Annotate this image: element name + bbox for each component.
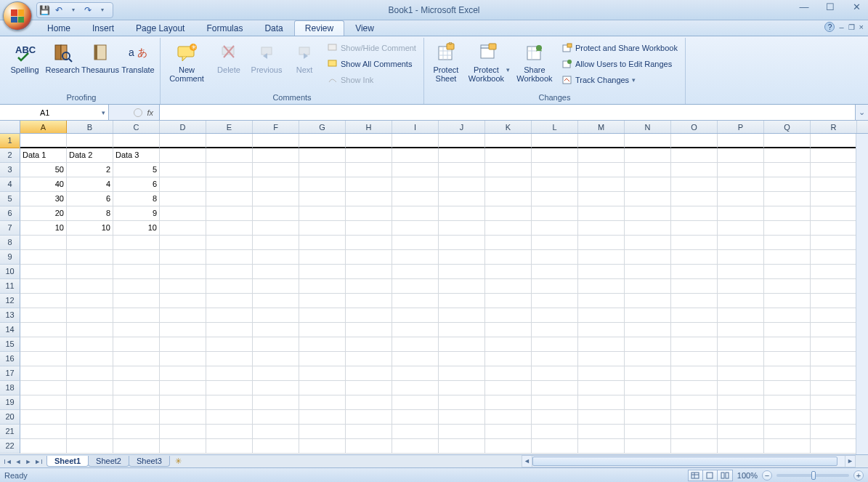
close-button[interactable]: ✕: [849, 1, 864, 12]
cell[interactable]: [485, 352, 532, 366]
cell[interactable]: [113, 134, 160, 148]
redo-icon[interactable]: ↷: [82, 4, 94, 16]
cell[interactable]: [439, 425, 485, 439]
cell[interactable]: [485, 381, 532, 395]
cell[interactable]: [439, 148, 485, 163]
cell[interactable]: [625, 308, 671, 323]
row-header[interactable]: 18: [0, 381, 20, 395]
cell[interactable]: [485, 439, 532, 454]
cell[interactable]: [113, 265, 160, 279]
cell[interactable]: [671, 250, 718, 265]
cell[interactable]: [485, 206, 532, 221]
cell[interactable]: [206, 265, 253, 279]
cell[interactable]: [671, 192, 718, 206]
insert-sheet-icon[interactable]: ✳: [169, 456, 187, 467]
cell[interactable]: [346, 265, 392, 279]
cell[interactable]: [299, 366, 346, 381]
cell[interactable]: [392, 236, 439, 250]
cell[interactable]: [671, 381, 718, 395]
sheet-nav-first-icon[interactable]: I◄: [3, 458, 13, 465]
cell[interactable]: [439, 177, 485, 192]
cell[interactable]: [253, 134, 299, 148]
cell[interactable]: [671, 279, 718, 294]
cell[interactable]: [20, 250, 67, 265]
cell[interactable]: [811, 177, 857, 192]
cell[interactable]: [811, 425, 857, 439]
cell[interactable]: 8: [113, 192, 160, 206]
cell[interactable]: [160, 439, 206, 454]
cell[interactable]: Data 2: [67, 148, 113, 163]
cell[interactable]: [346, 395, 392, 410]
cell[interactable]: [346, 308, 392, 323]
row-header[interactable]: 19: [0, 395, 20, 410]
cell[interactable]: [206, 410, 253, 425]
column-header[interactable]: A: [20, 121, 67, 133]
cell[interactable]: [20, 236, 67, 250]
cell[interactable]: [439, 206, 485, 221]
row-header[interactable]: 8: [0, 236, 20, 250]
cell[interactable]: [485, 410, 532, 425]
cell[interactable]: [532, 265, 578, 279]
next-comment-button[interactable]: Next: [287, 39, 322, 83]
cell[interactable]: [346, 323, 392, 337]
cell[interactable]: [671, 352, 718, 366]
mdi-restore-icon[interactable]: ❐: [848, 23, 855, 31]
cell[interactable]: [206, 381, 253, 395]
cell[interactable]: [160, 381, 206, 395]
cell[interactable]: [764, 265, 811, 279]
cell[interactable]: [299, 279, 346, 294]
cell[interactable]: [718, 410, 764, 425]
cell[interactable]: [253, 308, 299, 323]
cell[interactable]: [346, 337, 392, 352]
row-header[interactable]: 3: [0, 163, 20, 177]
row-header[interactable]: 7: [0, 221, 20, 236]
office-button[interactable]: [3, 1, 32, 31]
cell[interactable]: 20: [20, 206, 67, 221]
cell[interactable]: [671, 425, 718, 439]
cell[interactable]: [299, 265, 346, 279]
cell[interactable]: [113, 308, 160, 323]
cell[interactable]: [113, 352, 160, 366]
cell[interactable]: [578, 352, 625, 366]
cell[interactable]: [578, 221, 625, 236]
cell[interactable]: [625, 439, 671, 454]
cell[interactable]: [206, 395, 253, 410]
cell[interactable]: [299, 236, 346, 250]
cell[interactable]: [625, 236, 671, 250]
cell[interactable]: [206, 192, 253, 206]
cell[interactable]: [206, 308, 253, 323]
row-header[interactable]: 1: [0, 134, 20, 148]
cell[interactable]: [718, 265, 764, 279]
cell[interactable]: [206, 337, 253, 352]
cell[interactable]: [811, 395, 857, 410]
cell[interactable]: [811, 294, 857, 308]
cell[interactable]: [671, 134, 718, 148]
cell[interactable]: [253, 265, 299, 279]
cell[interactable]: [578, 250, 625, 265]
cell[interactable]: [299, 352, 346, 366]
cell[interactable]: [392, 265, 439, 279]
cell[interactable]: [625, 425, 671, 439]
column-header[interactable]: P: [718, 121, 764, 133]
cell[interactable]: 2: [67, 163, 113, 177]
cell[interactable]: [392, 279, 439, 294]
row-header[interactable]: 12: [0, 294, 20, 308]
cell[interactable]: [764, 221, 811, 236]
mdi-close-icon[interactable]: ×: [859, 23, 864, 31]
cell[interactable]: [299, 395, 346, 410]
cell[interactable]: [299, 381, 346, 395]
tab-page-layout[interactable]: Page Layout: [125, 20, 195, 36]
cell[interactable]: [671, 221, 718, 236]
cell[interactable]: [764, 206, 811, 221]
cell[interactable]: [532, 425, 578, 439]
cell[interactable]: [764, 177, 811, 192]
cell[interactable]: [67, 395, 113, 410]
delete-comment-button[interactable]: Delete: [211, 39, 246, 83]
cell[interactable]: 4: [67, 177, 113, 192]
cell[interactable]: [718, 294, 764, 308]
cell[interactable]: [392, 192, 439, 206]
cell[interactable]: [20, 294, 67, 308]
view-page-layout-icon[interactable]: [703, 470, 718, 481]
cell[interactable]: [671, 148, 718, 163]
research-button[interactable]: Research: [45, 39, 80, 83]
